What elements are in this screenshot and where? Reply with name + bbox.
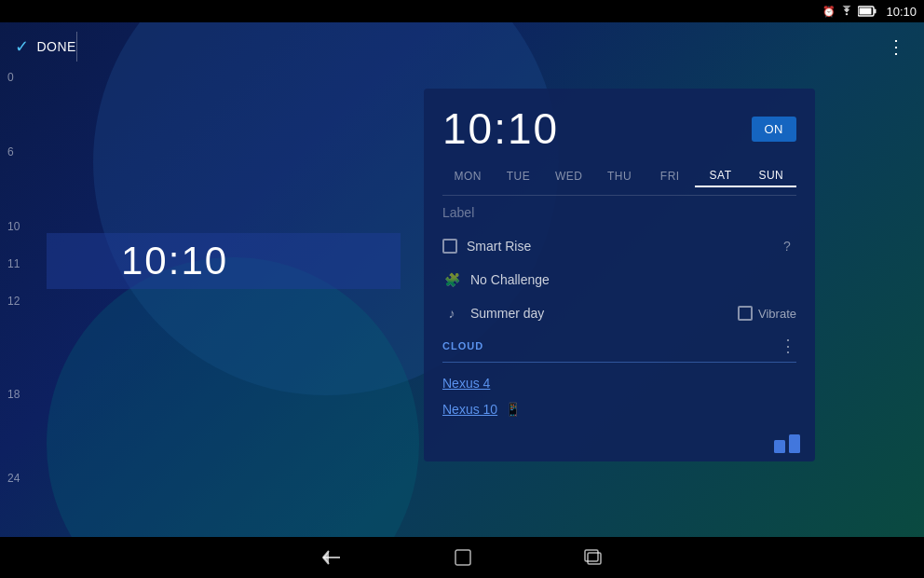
svg-rect-2 [860, 8, 872, 15]
nexus10-name[interactable]: Nexus 10 [442, 402, 497, 417]
alarm-toggle[interactable]: ON [752, 117, 797, 142]
battery-icon [858, 6, 876, 17]
day-wed[interactable]: WED [544, 166, 594, 186]
back-button[interactable] [321, 549, 342, 566]
ringtone-label[interactable]: Summer day [470, 306, 728, 321]
svg-rect-5 [455, 550, 470, 565]
status-icons: ⏰ 10:10 [822, 5, 917, 19]
device-nexus4[interactable]: Nexus 4 [442, 370, 796, 396]
status-bar: ⏰ 10:10 [0, 0, 924, 22]
time-tick-11: 11 [7, 257, 20, 270]
recents-button[interactable] [584, 549, 603, 566]
challenge-label[interactable]: No Challenge [470, 272, 796, 287]
device-nexus10[interactable]: Nexus 10 📱 [442, 396, 796, 422]
nav-bar [0, 537, 924, 578]
day-selector: MON TUE WED THU FRI SAT SUN [424, 161, 815, 195]
done-button[interactable]: ✓ DONE [15, 36, 76, 57]
alarm-header: 10:10 ON [424, 89, 815, 161]
action-divider [76, 32, 77, 62]
smart-rise-checkbox[interactable] [442, 239, 457, 254]
check-icon: ✓ [15, 36, 30, 57]
ringtone-row: ♪ Summer day Vibrate [424, 296, 815, 330]
svg-rect-4 [789, 434, 800, 453]
vibrate-checkbox[interactable] [738, 306, 753, 321]
label-field[interactable]: Label [424, 196, 815, 229]
alarm-card: 10:10 ON MON TUE WED THU FRI SAT SUN Lab… [424, 89, 815, 461]
day-tue[interactable]: TUE [493, 166, 543, 186]
alarm-time[interactable]: 10:10 [442, 103, 559, 154]
brand-logo [774, 434, 800, 458]
day-fri[interactable]: FRI [645, 166, 695, 186]
time-tick-0: 0 [7, 71, 14, 84]
day-sat[interactable]: SAT [695, 165, 745, 187]
cloud-more-button[interactable]: ⋮ [780, 336, 796, 356]
time-tick-6: 6 [7, 145, 14, 158]
svg-rect-1 [875, 9, 876, 14]
svg-rect-7 [585, 550, 598, 561]
cloud-header: CLOUD ⋮ [442, 336, 796, 356]
cloud-divider [442, 362, 796, 363]
time-ruler: 0 6 10 11 12 18 24 [0, 71, 47, 537]
smart-rise-row: Smart Rise ? [424, 229, 815, 263]
time-tick-24: 24 [7, 472, 20, 485]
nexus4-name[interactable]: Nexus 4 [442, 376, 490, 391]
action-bar: ✓ DONE ⋮ [0, 22, 924, 71]
cloud-section: CLOUD ⋮ Nexus 4 Nexus 10 📱 [424, 330, 815, 428]
vibrate-label: Vibrate [758, 307, 796, 321]
help-icon[interactable]: ? [778, 239, 796, 254]
current-time-display: 10:10 [121, 239, 228, 283]
status-time: 10:10 [886, 5, 917, 19]
more-options-button[interactable]: ⋮ [883, 32, 909, 62]
svg-rect-6 [588, 553, 601, 564]
day-mon[interactable]: MON [442, 166, 493, 186]
smart-rise-label: Smart Rise [467, 239, 768, 254]
challenge-row: 🧩 No Challenge [424, 263, 815, 296]
done-label: DONE [37, 39, 76, 54]
tablet-icon: 📱 [505, 402, 521, 417]
svg-rect-3 [774, 440, 785, 453]
time-tick-12: 12 [7, 295, 20, 308]
puzzle-icon: 🧩 [442, 272, 461, 287]
day-sun[interactable]: SUN [746, 165, 796, 187]
alarm-status-icon: ⏰ [822, 6, 836, 18]
home-button[interactable] [454, 548, 472, 567]
time-tick-18: 18 [7, 388, 20, 401]
time-tick-10: 10 [7, 220, 20, 233]
day-thu[interactable]: THU [594, 166, 645, 186]
wifi-icon [839, 6, 854, 17]
current-time-block: 10:10 [47, 233, 401, 289]
music-icon: ♪ [442, 306, 461, 321]
cloud-label: CLOUD [442, 340, 483, 351]
